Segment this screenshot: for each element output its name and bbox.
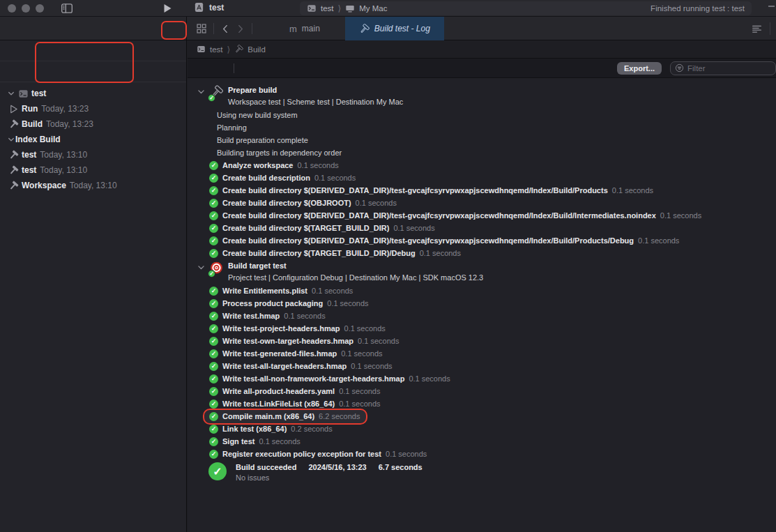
- tree-item-time: Today, 13:23: [46, 119, 93, 129]
- log-task-duration: 0.1 seconds: [409, 374, 450, 383]
- log-task-duration: 0.1 seconds: [339, 400, 380, 408]
- disclosure-triangle-icon[interactable]: [7, 89, 15, 98]
- log-task-row[interactable]: ✓ Sign test 0.1 seconds: [188, 435, 776, 448]
- log-task-row[interactable]: ✓ Write test-own-target-headers.hmap 0.1…: [188, 335, 776, 347]
- log-task-row[interactable]: ✓ Register execution policy exception fo…: [188, 448, 776, 460]
- disclosure-triangle-icon[interactable]: [197, 263, 206, 272]
- tab-build-log[interactable]: Build test - Log: [345, 17, 444, 40]
- success-check-icon: ✓: [209, 249, 218, 258]
- grouping-segmented-control: [0, 61, 186, 82]
- success-badge-icon: ✓: [208, 94, 215, 102]
- run-button[interactable]: [162, 3, 173, 14]
- success-check-icon: ✓: [209, 374, 218, 383]
- filter-input[interactable]: [687, 64, 771, 73]
- destination-name[interactable]: My Mac: [359, 4, 387, 13]
- log-filter-segment[interactable]: [197, 67, 211, 70]
- disclosure-triangle-icon[interactable]: [197, 87, 206, 96]
- log-task-duration: 0.1 seconds: [312, 287, 353, 295]
- log-filter-segment[interactable]: [260, 67, 274, 70]
- log-task-row[interactable]: ✓ Create build directory $(TARGET_BUILD_…: [188, 247, 776, 259]
- sidebar-toggle-icon[interactable]: [61, 2, 73, 15]
- log-task-row[interactable]: ✓ Analyze workspace 0.1 seconds: [188, 159, 776, 172]
- log-task-title: Create build directory $(DERIVED_DATA_DI…: [222, 236, 634, 245]
- tree-item-icon: [8, 119, 19, 130]
- log-task-duration: 0.1 seconds: [339, 387, 380, 395]
- log-task-title: Analyze workspace: [222, 161, 294, 169]
- scheme-selector[interactable]: test ⟩ My Mac: [307, 3, 387, 13]
- report-tree-row[interactable]: Index Build: [3, 132, 183, 147]
- report-tree-row[interactable]: Run Today, 13:23: [3, 101, 183, 116]
- success-check-icon: ✓: [209, 299, 218, 308]
- divider: [213, 23, 214, 34]
- go-back-icon[interactable]: [220, 24, 231, 34]
- log-task-duration: 0.1 seconds: [344, 324, 386, 333]
- scheme-name[interactable]: test: [321, 4, 334, 13]
- log-task-row[interactable]: ✓ Write test-project-headers.hmap 0.1 se…: [188, 322, 776, 335]
- log-task-row[interactable]: ✓ Write test.hmap 0.1 seconds: [188, 310, 776, 322]
- log-filter-segment[interactable]: [280, 67, 294, 70]
- segment-option[interactable]: [77, 70, 92, 73]
- zoom-button[interactable]: [36, 4, 44, 13]
- success-check-icon: ✓: [209, 224, 218, 233]
- build-result-title: Build succeeded: [236, 463, 296, 471]
- log-section-header[interactable]: ✓ Build target test Project test | Confi…: [188, 259, 776, 284]
- log-task-duration: 0.1 seconds: [298, 161, 339, 169]
- log-task-row[interactable]: ✓ Compile main.m (x86_64) 6.2 seconds: [188, 410, 776, 423]
- editor-options-icon[interactable]: [751, 23, 763, 35]
- success-check-icon: ✓: [209, 161, 218, 170]
- log-task-row[interactable]: ✓ Create build directory $(DERIVED_DATA_…: [188, 234, 776, 247]
- log-task-row[interactable]: ✓ Write all-product-headers.yaml 0.1 sec…: [188, 385, 776, 397]
- activity-view: test ⟩ My Mac Finished running test : te…: [300, 1, 752, 15]
- log-message-row[interactable]: Build preparation complete: [188, 134, 776, 146]
- log-task-row[interactable]: ✓ Create build directory $(TARGET_BUILD_…: [188, 222, 776, 234]
- segment-option[interactable]: [95, 50, 110, 52]
- segment-option[interactable]: [95, 70, 110, 73]
- breadcrumb-item[interactable]: ⟩ test: [197, 45, 223, 54]
- log-task-row[interactable]: ✓ Process product packaging 0.1 seconds: [188, 297, 776, 310]
- log-filter-segment[interactable]: [213, 67, 227, 70]
- segment-option[interactable]: [77, 50, 92, 52]
- filter-field[interactable]: [670, 61, 776, 75]
- log-message-row[interactable]: Using new build system: [188, 109, 776, 121]
- close-button[interactable]: [8, 4, 16, 13]
- export-button[interactable]: Export...: [617, 62, 662, 75]
- log-section-subtitle: Project test | Configuration Debug | Des…: [228, 272, 483, 284]
- log-task-duration: 0.1 seconds: [638, 236, 679, 245]
- tab-main[interactable]: m main: [289, 24, 320, 34]
- breadcrumb-item[interactable]: ⟩ Build: [227, 45, 266, 54]
- log-section-header[interactable]: ✓ Prepare build Workspace test | Scheme …: [188, 84, 776, 109]
- log-task-row[interactable]: ✓ Create build directory $(OBJROOT) 0.1 …: [188, 197, 776, 209]
- success-check-icon: ✓: [209, 412, 218, 421]
- log-task-row[interactable]: ✓ Write test-all-non-framework-target-he…: [188, 372, 776, 385]
- disclosure-triangle-icon[interactable]: [7, 135, 15, 144]
- build-result-row[interactable]: ✓ Build succeeded 2024/5/16, 13:23 6.7 s…: [188, 462, 776, 485]
- report-tree-row[interactable]: test Today, 13:10: [3, 147, 183, 162]
- log-filter-segment[interactable]: [241, 67, 254, 70]
- scope-segmented-control: [0, 40, 186, 61]
- success-check-icon: ✓: [209, 400, 218, 409]
- minimize-button[interactable]: [22, 4, 30, 13]
- report-tree-row[interactable]: test Today, 13:10: [3, 162, 183, 178]
- success-check-icon: ✓: [209, 450, 218, 459]
- report-tree-row[interactable]: test: [3, 86, 183, 101]
- report-tree-row[interactable]: Build Today, 13:23: [3, 116, 183, 132]
- go-forward-icon[interactable]: [235, 24, 245, 34]
- log-task-row[interactable]: ✓ Link test (x86_64) 0.2 seconds: [188, 423, 776, 435]
- tree-item-label: test: [22, 150, 36, 160]
- log-message-row[interactable]: Building targets in dependency order: [188, 146, 776, 159]
- success-check-icon: ✓: [209, 362, 218, 371]
- report-tree-row[interactable]: Workspace Today, 13:10: [3, 178, 183, 193]
- log-task-row[interactable]: ✓ Create build description 0.1 seconds: [188, 172, 776, 184]
- log-task-duration: 0.1 seconds: [341, 349, 382, 358]
- log-task-row[interactable]: ✓ Create build directory $(DERIVED_DATA_…: [188, 184, 776, 197]
- log-task-row[interactable]: ✓ Write test-generated-files.hmap 0.1 se…: [188, 347, 776, 360]
- log-section-title: Build target test: [228, 260, 483, 272]
- tab-overview-icon[interactable]: [196, 23, 207, 34]
- log-task-title: Write Entitlements.plist: [222, 287, 307, 295]
- navigator-bar: [0, 17, 187, 40]
- log-task-row[interactable]: ✓ Create build directory $(DERIVED_DATA_…: [188, 209, 776, 222]
- log-task-row[interactable]: ✓ Write test-all-target-headers.hmap 0.1…: [188, 360, 776, 372]
- log-message-row[interactable]: Planning: [188, 121, 776, 134]
- log-task-row[interactable]: ✓ Write Entitlements.plist 0.1 seconds: [188, 284, 776, 297]
- log-message-text: Build preparation complete: [217, 136, 308, 144]
